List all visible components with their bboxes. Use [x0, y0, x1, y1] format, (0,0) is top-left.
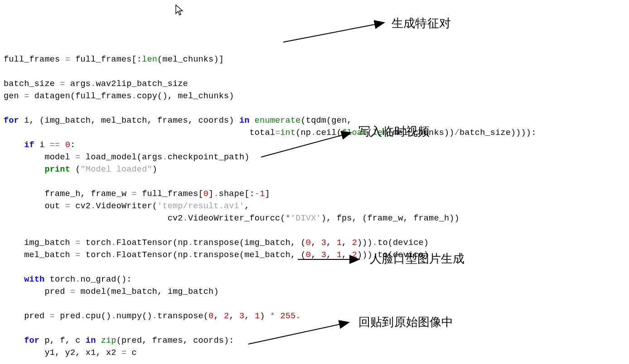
code-text	[4, 165, 44, 174]
code-text: (tqdm(gen,	[301, 116, 352, 125]
code-text: torch	[81, 250, 111, 260]
code-text: .	[188, 250, 193, 260]
code-text: ,	[326, 238, 337, 248]
code-text: =	[75, 238, 80, 248]
code-text: .	[111, 311, 116, 321]
mouse-cursor-icon	[175, 5, 184, 16]
code-text: .	[111, 238, 116, 248]
code-text: )))	[357, 238, 373, 248]
code-text: .	[152, 311, 157, 321]
code-text: copy(), mel_chunks)	[137, 91, 234, 101]
code-text: transpose(	[157, 311, 208, 321]
code-text: ,	[326, 250, 337, 260]
code-text: ,	[244, 311, 255, 321]
code-text: .	[91, 201, 96, 211]
code-text: if	[24, 140, 34, 150]
code-text: zip	[101, 336, 116, 345]
code-text: .	[111, 250, 116, 260]
code-text: 255.	[280, 311, 300, 321]
code-text: *	[270, 311, 275, 321]
code-text: transpose(img_batch, (	[193, 238, 306, 248]
code-text: 2	[352, 238, 357, 248]
code-text: torch	[44, 275, 75, 284]
code-text: :	[70, 140, 75, 150]
code-text: ,	[244, 201, 249, 211]
code-text: ==	[50, 140, 60, 150]
code-text: FloatTensor(np	[116, 238, 188, 248]
code-text: model	[4, 153, 75, 162]
code-text: print	[44, 165, 70, 174]
code-text: =	[60, 79, 65, 89]
code-text: int	[280, 128, 295, 138]
code-text	[275, 311, 280, 321]
code-text: )	[152, 165, 157, 174]
code-text: (	[70, 165, 81, 174]
code-text: =	[50, 311, 55, 321]
code-text: total	[4, 128, 275, 138]
annotation-label: 生成特征对	[392, 17, 451, 29]
code-text: 2	[352, 250, 357, 260]
code-text: batch_size)))):	[460, 128, 537, 138]
code-text: load_model(args	[81, 153, 163, 162]
code-text: *	[285, 214, 290, 223]
code-text: for	[24, 336, 39, 345]
code-text: =	[132, 189, 137, 199]
code-text: shape[:	[219, 189, 255, 199]
code-text: ,	[311, 250, 321, 260]
code-text: VideoWriter_fourcc(	[188, 214, 285, 223]
code-text: =	[70, 287, 75, 297]
code-text: .	[311, 128, 316, 138]
code-text: pred	[55, 311, 81, 321]
code-text: 2	[224, 311, 229, 321]
code-text: =	[275, 128, 280, 138]
code-text: .	[75, 275, 80, 284]
code-text: full_frames	[4, 55, 65, 64]
code-text: full_frames[	[137, 189, 203, 199]
code-text: 0	[65, 140, 70, 150]
code-text: ,	[342, 250, 352, 260]
code-text: 0	[306, 250, 311, 260]
code-text: p, f, c	[39, 336, 86, 345]
code-text: -	[255, 189, 260, 199]
code-text: 1	[337, 238, 342, 248]
code-text: ,	[213, 311, 224, 321]
code-text: 0	[203, 189, 208, 199]
code-text: pred	[4, 287, 70, 297]
code-text: cv2	[70, 201, 91, 211]
code-text: /	[455, 128, 460, 138]
code-text: img_batch	[4, 238, 75, 248]
code-text: cv2	[4, 214, 183, 223]
code-text: full_frames	[70, 55, 132, 64]
code-text: 1	[260, 189, 265, 199]
code-text: .	[132, 91, 137, 101]
code-text: out	[4, 201, 65, 211]
code-text: transpose(mel_batch, (	[193, 250, 306, 260]
code-text: gen	[4, 91, 24, 101]
code-text: .	[183, 214, 188, 223]
code-text: checkpoint_path)	[168, 153, 250, 162]
code-text: 1	[337, 250, 342, 260]
code-text: ceil(	[316, 128, 342, 138]
code-text: ]	[219, 55, 224, 64]
code-text: (pred, frames, coords):	[116, 336, 234, 345]
code-text: no_grad():	[81, 275, 132, 284]
code-text	[4, 275, 24, 284]
code-text: (mel_chunks)	[157, 55, 219, 64]
code-text: batch_size	[4, 79, 60, 89]
code-text: .	[188, 238, 193, 248]
code-text: FloatTensor(np	[116, 250, 188, 260]
code-text: y1, y2, x1, x2	[4, 348, 121, 358]
annotation-label: 写入临时视频	[358, 125, 430, 138]
code-text: 'temp/result.avi'	[157, 201, 244, 211]
code-text: .	[81, 311, 86, 321]
code-text: for	[4, 116, 19, 125]
annotation-label: 人脸口型图片生成	[370, 253, 465, 265]
code-text: cpu()	[86, 311, 111, 321]
code-text: ,	[342, 238, 352, 248]
code-text	[4, 336, 24, 345]
code-text: len	[142, 55, 157, 64]
code-text: 3	[321, 238, 326, 248]
code-text: =	[65, 55, 70, 64]
code-text: datagen(full_frames	[29, 91, 132, 101]
code-text: 0	[208, 311, 213, 321]
